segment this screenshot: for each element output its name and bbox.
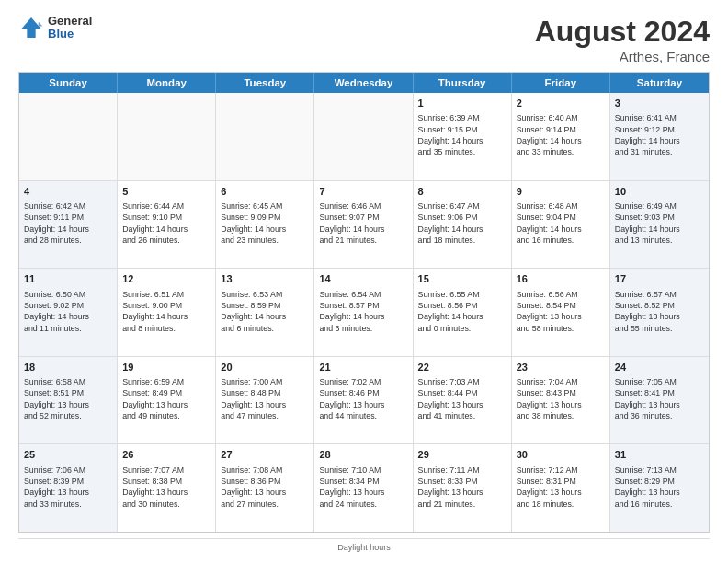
day-info-line: Sunrise: 7:06 AM [24,465,112,476]
day-cell-26: 26Sunrise: 7:07 AMSunset: 8:38 PMDayligh… [118,444,216,532]
day-info-line: Sunrise: 6:59 AM [122,376,210,387]
day-info-line: Sunset: 9:02 PM [24,300,112,311]
day-info-line: Sunrise: 7:05 AM [615,376,704,387]
day-cell-4: 4Sunrise: 6:42 AMSunset: 9:11 PMDaylight… [19,181,118,269]
day-info-line: Sunrise: 6:44 AM [122,201,210,212]
day-info-line: Sunrise: 7:12 AM [517,465,605,476]
day-info-line: Sunrise: 6:51 AM [122,289,210,300]
day-info-line: and 21 minutes. [418,499,506,510]
logo: General Blue [18,15,92,41]
logo-icon [18,15,44,40]
day-info-line: and 30 minutes. [122,499,210,510]
day-cell-3: 3Sunrise: 6:41 AMSunset: 9:12 PMDaylight… [610,93,709,180]
day-number: 9 [517,185,605,199]
day-info-line: Daylight: 14 hours [221,311,309,322]
day-info-line: Daylight: 13 hours [221,487,309,498]
header: General Blue August 2024 Arthes, France [18,15,710,64]
day-number: 31 [615,448,704,462]
day-info-line: Daylight: 14 hours [517,224,605,235]
day-info-line: and 18 minutes. [418,235,506,246]
day-info-line: Sunrise: 6:50 AM [24,289,112,300]
day-info-line: Daylight: 14 hours [418,135,506,146]
day-cell-20: 20Sunrise: 7:00 AMSunset: 8:48 PMDayligh… [216,357,314,444]
day-cell-6: 6Sunrise: 6:45 AMSunset: 9:09 PMDaylight… [216,181,314,269]
day-info-line: Daylight: 13 hours [319,399,407,410]
day-info-line: and 55 minutes. [615,323,704,334]
day-info-line: Sunrise: 6:47 AM [418,201,506,212]
day-cell-18: 18Sunrise: 6:58 AMSunset: 8:51 PMDayligh… [19,357,118,444]
day-of-week-tuesday: Tuesday [216,73,314,93]
day-info-line: Sunrise: 6:49 AM [615,201,704,212]
day-info-line: and 44 minutes. [319,410,407,421]
day-cell-31: 31Sunrise: 7:13 AMSunset: 8:29 PMDayligh… [610,444,709,532]
day-info-line: Sunset: 9:09 PM [221,212,309,223]
day-of-week-wednesday: Wednesday [314,73,413,93]
day-number: 20 [221,361,309,374]
day-of-week-sunday: Sunday [19,73,118,93]
day-info-line: and 28 minutes. [24,235,112,246]
day-number: 16 [517,272,605,286]
day-cell-19: 19Sunrise: 6:59 AMSunset: 8:49 PMDayligh… [118,357,216,444]
logo-text: General Blue [48,15,92,41]
empty-cell [314,93,413,180]
day-info-line: and 52 minutes. [24,410,112,421]
day-cell-22: 22Sunrise: 7:03 AMSunset: 8:44 PMDayligh… [414,357,512,444]
day-info-line: and 16 minutes. [517,235,605,246]
day-cell-24: 24Sunrise: 7:05 AMSunset: 8:41 PMDayligh… [610,357,709,444]
day-info-line: Sunrise: 7:08 AM [221,465,309,476]
day-info-line: Sunrise: 6:55 AM [418,289,506,300]
day-info-line: and 13 minutes. [615,235,704,246]
day-number: 19 [122,361,210,374]
day-number: 8 [418,185,506,199]
day-info-line: Daylight: 14 hours [418,224,506,235]
day-cell-11: 11Sunrise: 6:50 AMSunset: 9:02 PMDayligh… [19,269,118,356]
day-cell-10: 10Sunrise: 6:49 AMSunset: 9:03 PMDayligh… [610,181,709,269]
day-cell-23: 23Sunrise: 7:04 AMSunset: 8:43 PMDayligh… [512,357,610,444]
day-cell-25: 25Sunrise: 7:06 AMSunset: 8:39 PMDayligh… [19,444,118,532]
day-info-line: Sunrise: 7:00 AM [221,376,309,387]
day-number: 6 [221,185,309,199]
day-info-line: Sunset: 8:51 PM [24,387,112,398]
day-info-line: Daylight: 13 hours [319,487,407,498]
empty-cell [216,93,314,180]
logo-line2: Blue [48,28,92,40]
day-number: 12 [122,272,210,286]
day-info-line: and 6 minutes. [221,323,309,334]
day-info-line: Sunrise: 7:11 AM [418,465,506,476]
day-info-line: and 33 minutes. [517,146,605,157]
day-info-line: Sunset: 9:12 PM [615,124,704,135]
day-info-line: and 36 minutes. [615,410,704,421]
day-info-line: Daylight: 13 hours [517,487,605,498]
day-info-line: Sunset: 9:00 PM [122,300,210,311]
day-cell-27: 27Sunrise: 7:08 AMSunset: 8:36 PMDayligh… [216,444,314,532]
empty-cell [118,93,216,180]
day-info-line: Daylight: 14 hours [319,224,407,235]
day-info-line: Sunset: 8:49 PM [122,387,210,398]
day-number: 11 [24,272,112,286]
day-info-line: Sunset: 8:31 PM [517,476,605,487]
day-info-line: Sunrise: 6:46 AM [319,201,407,212]
day-cell-21: 21Sunrise: 7:02 AMSunset: 8:46 PMDayligh… [314,357,413,444]
calendar-title: August 2024 [535,15,710,49]
day-number: 26 [122,448,210,462]
day-info-line: Sunset: 8:57 PM [319,300,407,311]
day-info-line: Daylight: 13 hours [418,487,506,498]
day-info-line: Sunset: 9:10 PM [122,212,210,223]
day-cell-2: 2Sunrise: 6:40 AMSunset: 9:14 PMDaylight… [512,93,610,180]
day-info-line: Daylight: 13 hours [517,311,605,322]
day-info-line: Sunset: 8:52 PM [615,300,704,311]
day-cell-29: 29Sunrise: 7:11 AMSunset: 8:33 PMDayligh… [414,444,512,532]
day-info-line: and 11 minutes. [24,323,112,334]
day-cell-13: 13Sunrise: 6:53 AMSunset: 8:59 PMDayligh… [216,269,314,356]
day-number: 13 [221,272,309,286]
day-info-line: and 3 minutes. [319,323,407,334]
day-info-line: Sunrise: 6:42 AM [24,201,112,212]
day-info-line: and 33 minutes. [24,499,112,510]
day-cell-5: 5Sunrise: 6:44 AMSunset: 9:10 PMDaylight… [118,181,216,269]
day-info-line: Daylight: 13 hours [221,399,309,410]
week-row-1: 1Sunrise: 6:39 AMSunset: 9:15 PMDaylight… [19,93,709,181]
day-info-line: Daylight: 14 hours [221,224,309,235]
day-of-week-monday: Monday [118,73,216,93]
day-info-line: Sunset: 8:59 PM [221,300,309,311]
day-info-line: Sunset: 8:48 PM [221,387,309,398]
